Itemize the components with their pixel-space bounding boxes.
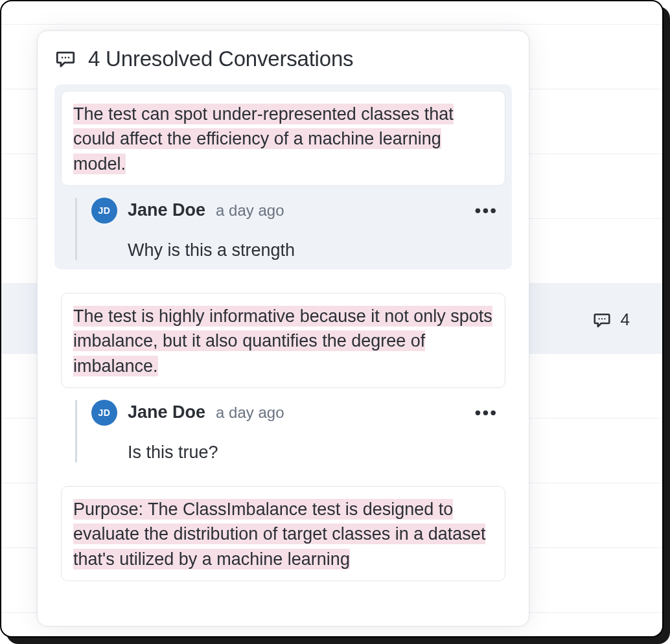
conversation-thread[interactable]: Purpose: The ClassImbalance test is desi…	[54, 486, 512, 581]
more-button[interactable]: •••	[471, 409, 502, 416]
timestamp: a day ago	[216, 201, 284, 220]
comment-text: Why is this a strength	[128, 240, 502, 260]
popover-header: 4 Unresolved Conversations	[54, 43, 512, 84]
popover-title: 4 Unresolved Conversations	[88, 47, 353, 71]
svg-point-1	[601, 318, 602, 319]
svg-point-5	[68, 57, 70, 59]
conversation-thread[interactable]: The test is highly informative because i…	[54, 293, 512, 463]
app-frame: 4 4 Unresolved Conversations The test ca…	[0, 0, 664, 638]
svg-point-0	[598, 318, 599, 319]
conversations-indicator[interactable]: 4	[579, 301, 644, 339]
conversation-thread[interactable]: The test can spot under-represented clas…	[54, 84, 512, 270]
avatar[interactable]: JD	[91, 198, 117, 224]
comment-icon	[54, 48, 76, 70]
more-button[interactable]: •••	[471, 207, 502, 214]
svg-point-3	[62, 57, 64, 59]
quoted-text-box: The test can spot under-represented clas…	[61, 91, 505, 186]
quoted-text-box: The test is highly informative because i…	[61, 293, 505, 388]
indicator-count: 4	[621, 310, 630, 330]
quoted-text: Purpose: The ClassImbalance test is desi…	[73, 497, 493, 571]
avatar[interactable]: JD	[91, 400, 117, 426]
comment-icon	[592, 310, 612, 330]
reply-indent-bar	[75, 400, 77, 463]
conversations-popover: 4 Unresolved Conversations The test can …	[37, 30, 529, 627]
timestamp: a day ago	[216, 404, 284, 422]
author-name[interactable]: Jane Doe	[128, 402, 205, 422]
reply: JD Jane Doe a day ago ••• Is this true?	[61, 400, 505, 463]
reply: JD Jane Doe a day ago ••• Why is this a …	[61, 198, 505, 260]
reply-indent-bar	[75, 198, 77, 260]
svg-point-4	[65, 57, 67, 59]
quoted-text: The test can spot under-represented clas…	[73, 102, 493, 176]
svg-point-2	[604, 318, 605, 319]
author-name[interactable]: Jane Doe	[128, 200, 205, 220]
quoted-text-box: Purpose: The ClassImbalance test is desi…	[61, 486, 505, 581]
comment-text: Is this true?	[128, 443, 502, 463]
quoted-text: The test is highly informative because i…	[73, 304, 493, 378]
